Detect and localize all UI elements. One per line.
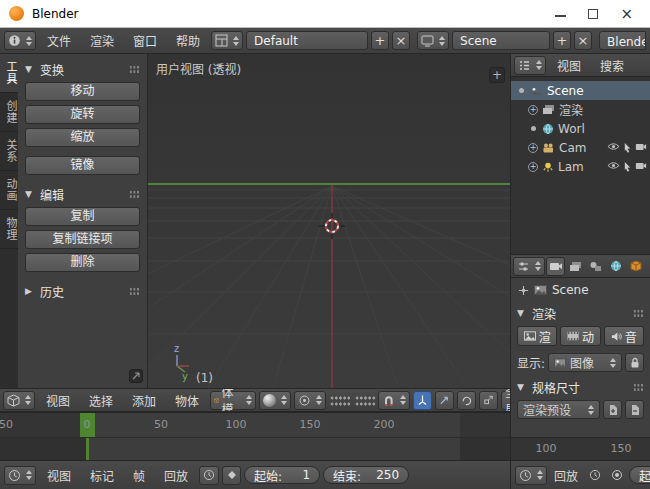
outliner-row-scene[interactable]: Scene (511, 81, 650, 100)
menu-file[interactable]: 文件 (39, 30, 79, 51)
menu-add[interactable]: 添加 (124, 390, 164, 411)
edit-panel-header[interactable]: ▼ 编辑 (25, 185, 140, 203)
snap-dropdown[interactable] (378, 391, 410, 410)
renderability-camera-icon[interactable] (635, 142, 647, 151)
dimensions-panel-header[interactable]: ▼ 规格尺寸 (511, 378, 650, 396)
end-frame-field[interactable]: 结束:250 (323, 466, 409, 484)
tab-animation[interactable]: 动画 (0, 171, 18, 210)
tab-tools[interactable]: 工具 (0, 54, 18, 93)
render-engine-dropdown[interactable]: Blender 渲 (599, 31, 646, 50)
scale-manipulator-button[interactable] (479, 391, 498, 410)
render-animation-button[interactable]: 动 (560, 326, 600, 346)
render-panel-header[interactable]: ▼ 渲染 (511, 304, 650, 322)
record-button[interactable] (607, 466, 626, 485)
panel-drag-dots-icon[interactable] (129, 190, 140, 199)
rotate-button[interactable]: 旋转 (25, 105, 140, 124)
add-layout-button[interactable]: + (371, 31, 389, 50)
tab-object[interactable] (626, 257, 645, 276)
outliner-row-renderlayers[interactable]: + 渲染 (511, 100, 650, 119)
tab-create[interactable]: 创建 (0, 93, 18, 132)
scene-selector[interactable] (417, 31, 449, 50)
display-dropdown[interactable]: 图像 (548, 353, 622, 372)
preview-range-button[interactable] (199, 466, 219, 485)
remove-preset-button[interactable] (625, 400, 644, 419)
outliner-editor-selector[interactable] (514, 56, 546, 75)
properties-editor-selector[interactable] (513, 257, 545, 276)
region-corner-widget[interactable] (129, 369, 143, 383)
collapse-icon[interactable]: ▼ (25, 189, 36, 199)
timeline-editor-selector[interactable] (515, 466, 547, 485)
expand-dot-icon[interactable] (531, 126, 536, 131)
timeline-menu-playback[interactable]: 回放 (550, 465, 582, 486)
expand-plus-icon[interactable]: + (528, 143, 538, 153)
selectability-cursor-icon[interactable] (623, 142, 632, 153)
timeline-editor-selector[interactable] (4, 466, 36, 485)
timeline-menu-marker[interactable]: 标记 (82, 465, 122, 486)
transform-orientation-dropdown[interactable]: 全局 (501, 391, 510, 410)
timeline-ruler[interactable]: 100 150 (511, 437, 650, 460)
add-preset-button[interactable] (603, 400, 622, 419)
timeline-ruler[interactable]: -50 0 50 100 150 200 (0, 412, 510, 437)
duplicate-linked-button[interactable]: 复制链接项 (25, 230, 140, 249)
duplicate-button[interactable]: 复制 (25, 207, 140, 226)
transform-panel-header[interactable]: ▼ 变换 (25, 60, 140, 78)
menu-view[interactable]: 视图 (38, 390, 78, 411)
layers-widget[interactable] (329, 394, 375, 406)
start-frame-field[interactable]: 起始:1 (244, 466, 320, 484)
panel-drag-dots-icon[interactable] (129, 287, 140, 296)
menu-help[interactable]: 帮助 (168, 30, 208, 51)
collapse-icon[interactable]: ▼ (517, 308, 528, 318)
render-audio-button[interactable]: 音 (604, 326, 644, 346)
expand-plus-icon[interactable]: + (528, 162, 538, 172)
rotate-manipulator-button[interactable] (457, 391, 476, 410)
screen-layout-field[interactable]: Default (246, 31, 368, 50)
tab-render-layers[interactable] (566, 257, 585, 276)
scale-button[interactable]: 缩放 (25, 128, 140, 147)
outliner-menu-search[interactable]: 搜索 (592, 55, 632, 76)
expand-dot-icon[interactable] (519, 88, 524, 93)
tab-constraints[interactable] (646, 257, 650, 276)
collapse-icon[interactable]: ▼ (517, 382, 528, 392)
preview-range-button[interactable] (585, 466, 604, 485)
timeline-track-area[interactable] (0, 437, 510, 460)
keying-set-button[interactable] (222, 466, 241, 485)
viewport-3d[interactable]: z y (1) 用户视图 (透视) + (148, 54, 510, 388)
panel-drag-dots-icon[interactable] (633, 383, 644, 392)
tab-physics[interactable]: 物理 (0, 210, 18, 249)
renderability-camera-icon[interactable] (635, 161, 647, 170)
mode-dropdown[interactable]: 物体模式 (210, 391, 256, 410)
scene-name-field[interactable]: Scene (452, 31, 550, 50)
history-panel-header[interactable]: ▶ 历史 (25, 282, 140, 300)
expand-plus-icon[interactable]: + (528, 105, 538, 115)
outliner-menu-view[interactable]: 视图 (549, 55, 589, 76)
visibility-eye-icon[interactable] (607, 142, 620, 151)
pin-icon[interactable] (518, 285, 529, 296)
menu-render[interactable]: 渲染 (82, 30, 122, 51)
viewport-editor-selector[interactable] (3, 391, 35, 410)
timeline-menu-view[interactable]: 视图 (39, 465, 79, 486)
info-editor-selector[interactable] (4, 31, 36, 50)
timeline-menu-playback[interactable]: 回放 (156, 465, 196, 486)
menu-object[interactable]: 物体 (167, 390, 207, 411)
delete-scene-button[interactable]: × (574, 31, 592, 50)
lock-interface-button[interactable] (625, 353, 644, 372)
tab-world[interactable] (606, 257, 625, 276)
delete-layout-button[interactable]: × (392, 31, 410, 50)
panel-drag-dots-icon[interactable] (129, 65, 140, 74)
timeline-menu-frame[interactable]: 帧 (125, 465, 153, 486)
expand-icon[interactable]: ▶ (25, 286, 36, 296)
collapse-icon[interactable]: ▼ (25, 64, 36, 74)
menu-window[interactable]: 窗口 (125, 30, 165, 51)
render-presets-dropdown[interactable]: 渲染预设 (517, 400, 600, 419)
add-scene-button[interactable]: + (553, 31, 571, 50)
start-frame-field[interactable]: 起始:1 (629, 466, 650, 484)
tab-render[interactable] (546, 257, 565, 276)
menu-select[interactable]: 选择 (81, 390, 121, 411)
outliner-row-lamp[interactable]: + Lam (511, 157, 650, 176)
translate-manipulator-button[interactable] (435, 391, 454, 410)
manipulator-toggle-button[interactable] (413, 391, 432, 410)
panel-drag-dots-icon[interactable] (633, 309, 644, 318)
selectability-cursor-icon[interactable] (623, 161, 632, 172)
translate-button[interactable]: 移动 (25, 82, 140, 101)
outliner-row-world[interactable]: Worl (511, 119, 650, 138)
